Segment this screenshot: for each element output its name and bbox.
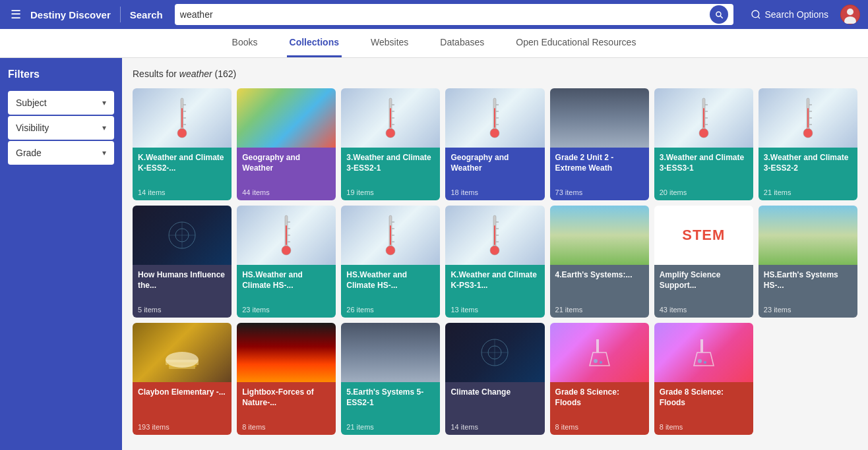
card-body: Lightbox-Forces of Nature-... 8 items (237, 382, 336, 435)
collection-card[interactable]: K.Weather and Climate K-ESS2-... 14 item… (133, 88, 232, 200)
card-body: How Humans Influence the... 5 items (133, 265, 232, 318)
svg-point-52 (386, 246, 395, 255)
card-image (759, 206, 857, 265)
card-image (445, 323, 544, 382)
sidebar: Filters Subject ▾ Visibility ▾ Grade ▾ (0, 58, 122, 450)
card-image (550, 88, 649, 148)
card-title: Climate Change (450, 387, 539, 398)
card-count: 8 items (660, 423, 748, 431)
avatar-image (841, 5, 859, 24)
collection-card[interactable]: 3.Weather and Climate 3-ESS2-2 21 items (759, 88, 857, 200)
card-count: 193 items (138, 423, 226, 431)
collection-card[interactable]: 3.Weather and Climate 3-ESS3-1 20 items (654, 88, 753, 200)
card-body: Grade 2 Unit 2 - Extreme Weath 73 items (550, 148, 649, 200)
card-title: 3.Weather and Climate 3-ESS2-1 (346, 153, 435, 173)
card-title: Geography and Weather (450, 153, 539, 173)
tab-databases[interactable]: Databases (437, 29, 487, 57)
chevron-down-icon: ▾ (102, 123, 106, 132)
search-button[interactable] (710, 5, 728, 24)
results-text: Results for (133, 69, 177, 79)
collection-card[interactable]: Geography and Weather 18 items (445, 88, 544, 200)
card-title: HS.Earth's Systems HS-... (764, 270, 852, 291)
app-header: ☰ Destiny Discover Search Search Options (0, 0, 868, 29)
card-body: Amplify Science Support... 43 items (654, 265, 753, 318)
search-input[interactable] (180, 9, 710, 20)
filter-subject[interactable]: Subject ▾ (8, 91, 114, 115)
collection-card[interactable]: HS.Weather and Climate HS-... 26 items (341, 206, 440, 318)
collection-card[interactable]: HS.Earth's Systems HS-... 23 items (759, 206, 857, 318)
card-title: 4.Earth's Systems:... (555, 270, 644, 281)
user-avatar[interactable] (840, 5, 860, 24)
card-title: Amplify Science Support... (660, 270, 748, 291)
collection-card[interactable]: Grade 8 Science: Floods 8 items (654, 323, 753, 435)
collection-card[interactable]: Grade 2 Unit 2 - Extreme Weath 73 items (550, 88, 649, 200)
filter-subject-header[interactable]: Subject ▾ (8, 91, 114, 115)
svg-marker-77 (694, 352, 714, 366)
filter-visibility-header[interactable]: Visibility ▾ (8, 116, 114, 140)
collection-card[interactable]: STEM Amplify Science Support... 43 items (654, 206, 753, 318)
svg-marker-73 (590, 352, 609, 366)
svg-point-67 (166, 352, 199, 368)
card-image (237, 88, 336, 148)
tab-websites[interactable]: Websites (368, 29, 411, 57)
card-title: 5.Earth's Systems 5-ESS2-1 (346, 387, 435, 408)
hamburger-menu-icon[interactable]: ☰ (8, 5, 24, 24)
search-options-label: Search Options (765, 9, 829, 20)
card-image (237, 323, 336, 382)
card-count: 18 items (450, 188, 539, 196)
card-count: 20 items (660, 188, 748, 196)
collection-card[interactable]: How Humans Influence the... 5 items (133, 206, 232, 318)
collection-card[interactable]: Grade 8 Science: Floods 8 items (550, 323, 649, 435)
search-icon (714, 10, 724, 19)
tab-collections[interactable]: Collections (287, 29, 342, 57)
card-body: Grade 8 Science: Floods 8 items (654, 382, 753, 435)
collection-card[interactable]: Climate Change 14 items (445, 323, 544, 435)
tab-oer[interactable]: Open Educational Resources (513, 29, 638, 57)
filter-visibility-label: Visibility (16, 123, 49, 133)
card-image: STEM (654, 206, 753, 265)
collection-card[interactable]: 5.Earth's Systems 5-ESS2-1 21 items (341, 323, 440, 435)
card-title: HS.Weather and Climate HS-... (242, 270, 330, 291)
filter-visibility[interactable]: Visibility ▾ (8, 116, 114, 140)
card-image (341, 206, 440, 265)
collection-card[interactable]: Claybon Elementary -... 193 items (133, 323, 232, 435)
card-image (759, 88, 857, 148)
card-title: Grade 2 Unit 2 - Extreme Weath (555, 153, 644, 173)
card-image (341, 88, 440, 148)
card-body: Geography and Weather 18 items (445, 148, 544, 200)
svg-point-75 (600, 361, 602, 364)
card-count: 8 items (555, 423, 644, 431)
filter-grade-header[interactable]: Grade ▾ (8, 141, 114, 165)
svg-rect-76 (700, 339, 703, 352)
search-options-button[interactable]: Search Options (751, 9, 829, 20)
card-body: Grade 8 Science: Floods 8 items (550, 382, 649, 435)
svg-point-20 (490, 128, 499, 138)
main-content: Results for weather (162) K.Weather (122, 58, 868, 450)
card-title: 3.Weather and Climate 3-ESS3-1 (660, 153, 748, 173)
collection-card[interactable]: 3.Weather and Climate 3-ESS2-1 19 items (341, 88, 440, 200)
tab-books[interactable]: Books (230, 29, 261, 57)
svg-point-2 (847, 9, 853, 15)
svg-point-34 (803, 128, 813, 138)
collection-card[interactable]: 4.Earth's Systems:... 21 items (550, 206, 649, 318)
card-image (133, 323, 232, 382)
svg-point-45 (282, 246, 291, 255)
card-count: 13 items (450, 306, 539, 314)
card-title: Grade 8 Science: Floods (555, 387, 644, 408)
card-count: 73 items (555, 188, 644, 196)
sidebar-title: Filters (8, 69, 114, 80)
search-bar (175, 4, 733, 25)
collection-card[interactable]: Geography and Weather 44 items (237, 88, 336, 200)
card-title: HS.Weather and Climate HS-... (346, 270, 435, 291)
card-body: Climate Change 14 items (445, 382, 544, 435)
svg-point-6 (177, 128, 187, 138)
filter-grade[interactable]: Grade ▾ (8, 141, 114, 165)
results-count: 162 (218, 69, 233, 79)
card-body: HS.Weather and Climate HS-... 26 items (341, 265, 440, 318)
collection-card[interactable]: HS.Weather and Climate HS-... 23 items (237, 206, 336, 318)
collection-card[interactable]: Lightbox-Forces of Nature-... 8 items (237, 323, 336, 435)
card-count: 26 items (346, 306, 435, 314)
svg-point-0 (752, 11, 759, 18)
collection-card[interactable]: K.Weather and Climate K-PS3-1... 13 item… (445, 206, 544, 318)
card-count: 19 items (346, 188, 435, 196)
